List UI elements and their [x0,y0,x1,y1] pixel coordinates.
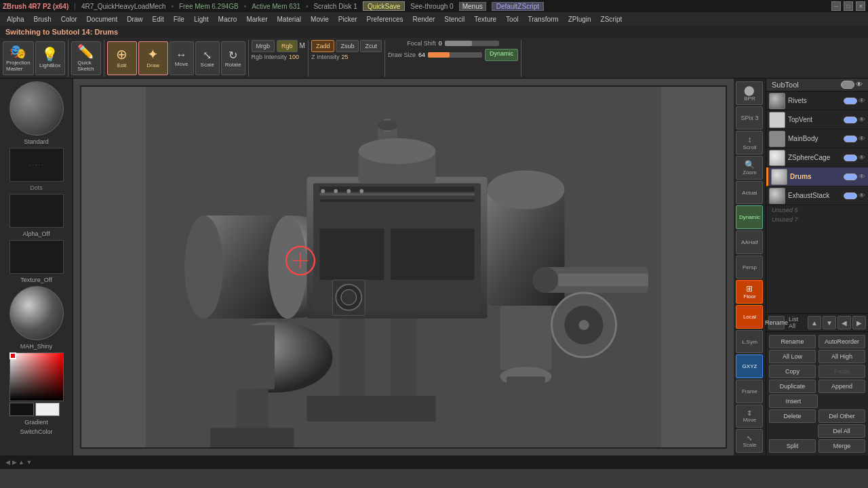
menu-texture[interactable]: Texture [470,14,500,24]
drums-toggle-dot[interactable] [844,174,857,180]
color-picker-area[interactable] [9,352,64,416]
subtool-right-button[interactable]: ▶ [852,316,866,329]
topvent-toggle-dot[interactable] [844,117,857,123]
canvas-background[interactable] [81,87,726,447]
foreground-swatch[interactable] [9,403,34,416]
merge-button[interactable]: Merge [818,439,865,453]
mainbody-toggle[interactable]: 👁 [844,135,865,142]
drums-toggle[interactable]: 👁 [844,173,865,180]
zsphere-toggle[interactable]: 👁 [844,154,865,161]
split-button[interactable]: Split [769,439,816,453]
move-button[interactable]: ↔ Move [170,41,194,75]
rivets-eye-icon[interactable]: 👁 [859,97,865,104]
menus-button[interactable]: Menus [459,2,486,11]
menu-file[interactable]: File [170,14,189,24]
minimize-button[interactable]: ─ [831,1,841,11]
menu-material[interactable]: Material [273,14,306,24]
spix-button[interactable]: SPix 3 [736,106,763,130]
color-gradient[interactable] [9,352,64,401]
draw-size-slider[interactable] [428,52,482,58]
menu-alpha[interactable]: Alpha [3,14,28,24]
auto-reorder-button[interactable]: AutoReorder [818,335,865,348]
zoom-button[interactable]: 🔍 Zoom [736,156,763,180]
append-button[interactable]: Append [818,380,865,393]
local-button[interactable]: Local [736,305,763,329]
menu-transform[interactable]: Transform [524,14,562,24]
menu-zscript[interactable]: ZScript [597,14,627,24]
dots-preview[interactable]: · · · · · [9,148,64,182]
texture-preview[interactable] [9,240,64,274]
subtool-item-topvent[interactable]: TopVent 👁 [766,110,868,129]
quick-sketch-button[interactable]: ✏️ QuickSketch [71,41,101,75]
menu-tool[interactable]: Tool [502,14,522,24]
subtool-up-button[interactable]: ▲ [808,316,821,329]
subtool-item-rivets[interactable]: Rivets 👁 [766,92,868,110]
all-low-button[interactable]: All Low [769,350,816,363]
rivets-toggle[interactable]: 👁 [844,97,865,104]
scroll-button[interactable]: ↕ Scroll [736,131,763,155]
bpr-button[interactable]: ⬤ BPR [736,81,763,105]
zsphere-toggle-dot[interactable] [844,155,857,161]
list-all-button[interactable]: Rename [768,316,785,329]
subtool-item-mainbody[interactable]: MainBody 👁 [766,129,868,148]
gxyz-button[interactable]: GXYZ [736,354,763,378]
topvent-toggle[interactable]: 👁 [844,116,865,123]
subtool-down-button[interactable]: ▼ [823,316,836,329]
material-preview[interactable] [9,286,64,340]
mainbody-toggle-dot[interactable] [844,136,857,142]
mainbody-eye-icon[interactable]: 👁 [859,135,865,142]
menu-render[interactable]: Render [408,14,439,24]
background-swatch[interactable] [35,403,60,416]
menu-edit[interactable]: Edit [149,14,168,24]
del-all-button[interactable]: Del All [818,424,865,438]
menu-stencil[interactable]: Stencil [440,14,469,24]
persp-button[interactable]: Persp [736,256,763,279]
close-button[interactable]: ✕ [856,1,865,11]
zsphere-eye-icon[interactable]: 👁 [859,154,865,161]
copy-button[interactable]: Copy [769,365,816,378]
focal-shift-slider[interactable] [445,41,499,46]
maximize-button[interactable]: □ [844,1,853,11]
menu-zplugin[interactable]: ZPlugin [564,14,595,24]
subtool-left-button[interactable]: ◀ [837,316,851,329]
subtool-eye-icon[interactable]: 👁 [856,81,863,89]
delete-button[interactable]: Delete [769,409,816,423]
lsym-button[interactable]: L.Sym [736,330,763,354]
menu-light[interactable]: Light [190,14,213,24]
edit-button[interactable]: ⊕ Edit [107,41,137,75]
move-vp-button[interactable]: ⇕ Move [736,405,763,428]
del-other-button[interactable]: Del Other [818,409,865,423]
exhaust-toggle-dot[interactable] [844,192,857,199]
menu-document[interactable]: Document [83,14,122,24]
rgb-button[interactable]: Rgb [277,40,298,52]
all-high-button[interactable]: All High [818,350,865,363]
subtool-item-drums[interactable]: Drums 👁 [766,167,868,186]
menu-marker[interactable]: Marker [242,14,271,24]
mrgb-button[interactable]: Mrgb [252,40,275,52]
alpha-preview[interactable] [9,194,64,228]
quicksave-button[interactable]: QuickSave [363,1,405,11]
insert-button[interactable]: Insert [769,394,818,408]
zcut-button[interactable]: Zcut [360,40,382,52]
rotate-button[interactable]: ↻ Rotate [221,41,245,75]
menu-draw[interactable]: Draw [123,14,146,24]
rivets-toggle-dot[interactable] [844,98,857,104]
frame-button[interactable]: Frame [736,380,763,403]
canvas-area[interactable] [73,79,734,455]
aahalf-button[interactable]: AAHalf [736,230,763,254]
zsub-button[interactable]: Zsub [336,40,359,52]
scale-vp-button[interactable]: ⤡ Scale [736,429,763,453]
floor-button[interactable]: ⊞ Floor [736,280,763,304]
menu-color[interactable]: Color [57,14,81,24]
scale-button[interactable]: ⤡ Scale [195,41,220,75]
subtool-item-exhaust[interactable]: ExhaustStack 👁 [766,186,868,205]
menu-picker[interactable]: Picker [334,14,361,24]
dynamic-button[interactable]: Dynamic [485,49,518,61]
lightbox-button[interactable]: 💡 LightBox [35,41,65,75]
brush-preview[interactable] [9,81,64,136]
duplicate-button[interactable]: Duplicate [769,380,816,393]
draw-button[interactable]: ✦ Draw [138,41,168,75]
subtool-item-zsphere[interactable]: ZSphereCage 👁 [766,148,868,167]
drums-eye-icon[interactable]: 👁 [859,173,865,180]
paste-button[interactable]: Paste [818,365,865,378]
